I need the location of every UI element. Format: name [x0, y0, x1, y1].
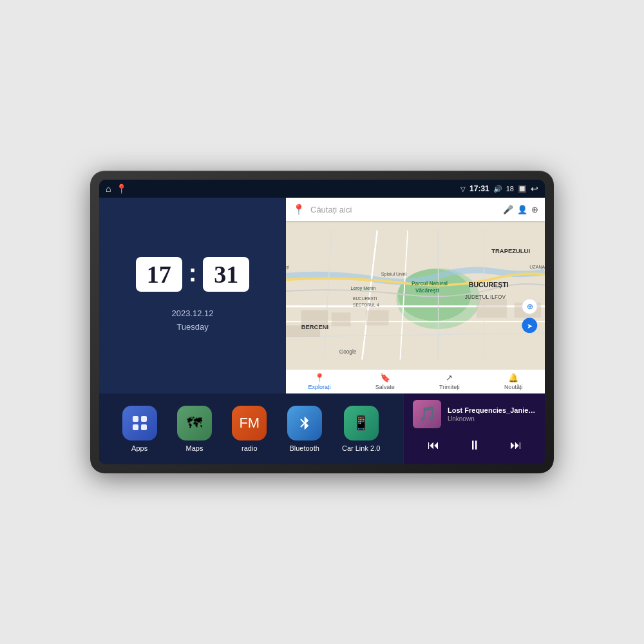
screen: ⌂ 📍 ▽ 17:31 🔊 18 🔲 ↩ 17 : 31	[99, 180, 545, 464]
svg-text:Splaiul Unirii: Splaiul Unirii	[381, 272, 407, 277]
status-bar: ⌂ 📍 ▽ 17:31 🔊 18 🔲 ↩	[99, 180, 545, 198]
music-title: Lost Frequencies_Janieck Devy-...	[448, 406, 536, 414]
music-info: 🎵 Lost Frequencies_Janieck Devy-... Unkn…	[413, 400, 536, 428]
send-label: Trimiteți	[439, 384, 460, 390]
explore-icon: 📍	[314, 373, 325, 383]
play-pause-button[interactable]: ⏸	[463, 435, 486, 455]
bluetooth-icon	[287, 406, 322, 440]
battery-icon: 🔲	[518, 185, 527, 193]
day-value: Tuesday	[171, 321, 213, 334]
map-svg: TRAPEZULUI BUCUREȘTI JUDEȚUL ILFOV BERCE…	[286, 221, 545, 369]
svg-text:Leroy Merlin: Leroy Merlin	[351, 286, 376, 291]
status-left: ⌂ 📍	[106, 184, 127, 194]
apps-section: Apps 🗺 Maps FM radio	[99, 393, 403, 464]
map-search-bar[interactable]: 📍 Căutați aici 🎤 👤 ⊕	[286, 198, 545, 221]
svg-text:SECTORUL 4: SECTORUL 4	[353, 303, 379, 307]
saved-label: Salvate	[375, 384, 395, 390]
google-maps-icon: 📍	[292, 204, 305, 216]
svg-text:⊕: ⊕	[527, 302, 533, 311]
svg-rect-37	[133, 424, 138, 430]
svg-text:TRAPEZULUI: TRAPEZULUI	[491, 247, 530, 254]
map-search-actions: 🎤 👤 ⊕	[503, 205, 538, 214]
svg-text:BERCENI: BERCENI	[301, 323, 328, 330]
carlink-icon: 📱	[344, 406, 379, 440]
svg-text:JUDEȚUL ILFOV: JUDEȚUL ILFOV	[465, 294, 506, 300]
search-placeholder[interactable]: Căutați aici	[310, 205, 498, 214]
saved-icon: 🔖	[380, 373, 390, 383]
status-right: ▽ 17:31 🔊 18 🔲 ↩	[460, 184, 538, 194]
maps-shortcut-icon[interactable]: 📍	[116, 184, 127, 194]
layers-icon[interactable]: ⊕	[531, 205, 538, 214]
map-nav-saved[interactable]: 🔖 Salvate	[375, 373, 395, 390]
svg-text:BUCUREȘTI: BUCUREȘTI	[469, 281, 509, 289]
apps-icon	[122, 406, 157, 440]
news-label: Noutăți	[504, 384, 523, 390]
svg-text:Parcul Natural: Parcul Natural	[412, 281, 448, 287]
svg-rect-36	[141, 416, 147, 422]
app-item-bluetooth[interactable]: Bluetooth	[287, 406, 322, 452]
map-nav-news[interactable]: 🔔 Noutăți	[504, 373, 523, 390]
main-area: 17 : 31 2023.12.12 Tuesday 📍 Căutați aic…	[99, 198, 545, 393]
maps-label: Maps	[186, 444, 204, 452]
send-icon: ↗	[446, 373, 453, 383]
battery-level: 18	[506, 185, 514, 193]
prev-button[interactable]: ⏮	[422, 436, 444, 455]
music-section: 🎵 Lost Frequencies_Janieck Devy-... Unkn…	[403, 393, 545, 464]
music-artist: Unknown	[448, 415, 536, 422]
date-value: 2023.12.12	[171, 307, 213, 321]
map-nav-explore[interactable]: 📍 Explorați	[308, 373, 331, 390]
clock-display: 17 : 31	[136, 257, 250, 292]
clock-hours: 17	[136, 257, 182, 292]
status-time: 17:31	[469, 184, 489, 193]
music-details: Lost Frequencies_Janieck Devy-... Unknow…	[448, 406, 536, 422]
news-icon: 🔔	[508, 373, 518, 383]
maps-icon: 🗺	[177, 406, 212, 440]
svg-text:BUCUREȘTI: BUCUREȘTI	[353, 296, 377, 301]
svg-text:UZANA: UZANA	[529, 265, 545, 270]
car-head-unit: ⌂ 📍 ▽ 17:31 🔊 18 🔲 ↩ 17 : 31	[90, 171, 554, 473]
map-panel[interactable]: 📍 Căutați aici 🎤 👤 ⊕	[286, 198, 545, 393]
map-nav-send[interactable]: ↗ Trimiteți	[439, 373, 460, 390]
clock-minutes: 31	[203, 257, 249, 292]
svg-rect-15	[477, 299, 507, 318]
svg-text:➤: ➤	[527, 322, 533, 330]
bluetooth-label: Bluetooth	[289, 444, 319, 452]
next-button[interactable]: ⏭	[505, 436, 527, 455]
signal-icon: ▽	[460, 185, 466, 193]
app-item-maps[interactable]: 🗺 Maps	[177, 406, 212, 452]
radio-label: radio	[242, 444, 257, 452]
svg-text:și: și	[286, 265, 290, 270]
svg-rect-35	[133, 416, 138, 422]
app-item-apps[interactable]: Apps	[122, 406, 157, 452]
music-controls: ⏮ ⏸ ⏭	[413, 433, 536, 458]
mic-icon[interactable]: 🎤	[503, 205, 513, 214]
bottom-section: Apps 🗺 Maps FM radio	[99, 393, 545, 464]
svg-text:Google: Google	[339, 349, 357, 355]
svg-rect-12	[332, 312, 351, 326]
explore-label: Explorați	[308, 384, 331, 390]
album-art: 🎵	[413, 400, 441, 428]
svg-rect-38	[141, 424, 147, 430]
volume-icon: 🔊	[493, 185, 502, 193]
left-panel: 17 : 31 2023.12.12 Tuesday	[99, 198, 286, 393]
svg-rect-14	[366, 310, 388, 326]
home-icon[interactable]: ⌂	[106, 184, 111, 194]
apps-label: Apps	[131, 444, 147, 452]
map-body: TRAPEZULUI BUCUREȘTI JUDEȚUL ILFOV BERCE…	[286, 221, 545, 369]
date-display: 2023.12.12 Tuesday	[171, 307, 213, 334]
app-item-radio[interactable]: FM radio	[232, 406, 267, 452]
svg-text:Văcărești: Văcărești	[415, 288, 439, 294]
map-bottom-bar: 📍 Explorați 🔖 Salvate ↗ Trimiteți 🔔 Nout…	[286, 369, 545, 393]
radio-icon: FM	[232, 406, 267, 440]
app-item-carlink[interactable]: 📱 Car Link 2.0	[342, 406, 380, 452]
account-icon[interactable]: 👤	[517, 205, 527, 214]
carlink-label: Car Link 2.0	[342, 444, 380, 452]
back-icon[interactable]: ↩	[531, 184, 538, 194]
